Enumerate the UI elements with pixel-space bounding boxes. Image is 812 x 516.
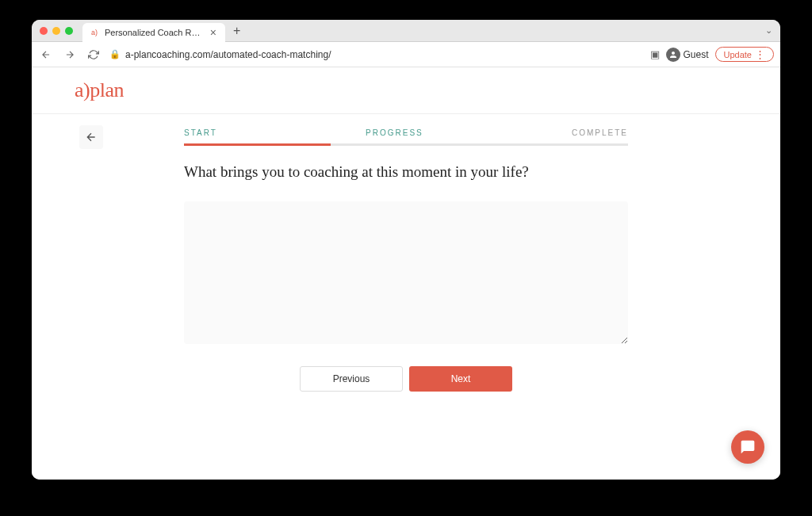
tab-favicon-icon: a) (89, 27, 100, 38)
step-complete: COMPLETE (572, 128, 628, 137)
more-dots-icon: ⋮ (755, 49, 765, 59)
content-area: START PROGRESS COMPLETE What brings you … (32, 114, 780, 403)
previous-button[interactable]: Previous (300, 366, 403, 392)
form-wrap: START PROGRESS COMPLETE What brings you … (184, 125, 628, 392)
update-button[interactable]: Update ⋮ (715, 47, 774, 62)
browser-window: a) Personalized Coach Recomme × + ⌄ 🔒 a-… (32, 20, 780, 480)
tabs-chevron-down-icon[interactable]: ⌄ (765, 25, 772, 36)
answer-textarea[interactable] (184, 201, 628, 344)
forward-button[interactable] (62, 47, 78, 63)
panel-icon[interactable]: ▣ (650, 48, 660, 60)
progress-fill (184, 143, 331, 146)
next-button[interactable]: Next (409, 366, 512, 392)
titlebar: a) Personalized Coach Recomme × + ⌄ (32, 20, 780, 42)
page-header: a)plan (32, 67, 780, 114)
addressbar: 🔒 a-plancoaching.com/automated-coach-mat… (32, 42, 780, 67)
minimize-window-button[interactable] (52, 27, 60, 35)
lock-icon: 🔒 (109, 49, 121, 59)
close-window-button[interactable] (40, 27, 48, 35)
profile-button[interactable]: Guest (666, 48, 709, 62)
url-bar[interactable]: 🔒 a-plancoaching.com/automated-coach-mat… (109, 49, 642, 60)
reload-button[interactable] (86, 47, 102, 63)
avatar-icon (666, 48, 680, 62)
step-progress: PROGRESS (366, 128, 423, 137)
back-button[interactable] (38, 47, 54, 63)
traffic-lights (40, 27, 73, 35)
url-text: a-plancoaching.com/automated-coach-match… (125, 49, 331, 60)
guest-label: Guest (684, 49, 709, 60)
logo[interactable]: a)plan (75, 78, 737, 102)
question-text: What brings you to coaching at this mome… (184, 163, 628, 181)
close-tab-icon[interactable]: × (208, 26, 219, 39)
maximize-window-button[interactable] (65, 27, 73, 35)
progress-steps: START PROGRESS COMPLETE (184, 125, 628, 143)
toolbar-right: ▣ Guest Update ⋮ (650, 47, 775, 62)
new-tab-button[interactable]: + (225, 24, 248, 38)
button-row: Previous Next (184, 366, 628, 392)
step-start: START (184, 128, 217, 137)
page-content: a)plan START PROGRESS COMPLETE What brin… (32, 67, 780, 480)
chat-widget-button[interactable] (731, 430, 764, 464)
browser-tab[interactable]: a) Personalized Coach Recomme × (82, 23, 225, 42)
update-label: Update (724, 50, 752, 59)
back-arrow-button[interactable] (79, 125, 103, 149)
tab-title: Personalized Coach Recomme (105, 28, 203, 37)
progress-bar (184, 143, 628, 146)
